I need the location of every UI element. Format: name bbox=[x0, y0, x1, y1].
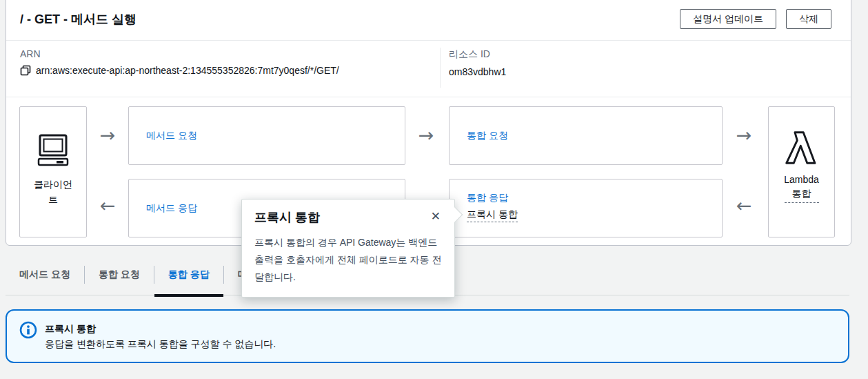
popover-title: 프록시 통합 bbox=[254, 209, 320, 226]
method-request-node: 메서드 요청 bbox=[128, 106, 405, 165]
card-header: / - GET - 메서드 실행 설명서 업데이트 삭제 bbox=[6, 1, 851, 40]
header-divider bbox=[6, 40, 851, 41]
proxy-integration-link[interactable]: 프록시 통합 bbox=[467, 208, 518, 222]
header-actions: 설명서 업데이트 삭제 bbox=[680, 9, 831, 29]
lambda-icon bbox=[782, 128, 822, 168]
proxy-integration-alert: 프록시 통합 응답을 변환하도록 프록시 통합을 구성할 수 없습니다. bbox=[6, 309, 849, 363]
integration-request-node: 통합 요청 bbox=[449, 106, 723, 165]
update-documentation-button[interactable]: 설명서 업데이트 bbox=[680, 9, 776, 29]
tab-method-request[interactable]: 메서드 요청 bbox=[6, 254, 84, 295]
meta-column-divider bbox=[440, 48, 441, 88]
delete-button[interactable]: 삭제 bbox=[786, 9, 831, 29]
tab-integration-response[interactable]: 통합 응답 bbox=[154, 254, 223, 295]
proxy-integration-popover: 프록시 통합 ✕ 프록시 통합의 경우 API Gateway는 백엔드 출력을… bbox=[241, 199, 455, 298]
alert-body: 응답을 변환하도록 프록시 통합을 구성할 수 없습니다. bbox=[45, 336, 276, 351]
resource-id-value: om83vdbhw1 bbox=[449, 66, 506, 77]
arrow-left-icon: ← bbox=[736, 196, 752, 215]
copy-arn-icon[interactable] bbox=[20, 65, 31, 76]
arrow-right-icon: → bbox=[736, 126, 752, 144]
client-label: 클라이언트 bbox=[34, 177, 72, 207]
arrow-right-icon: → bbox=[100, 126, 116, 144]
close-icon[interactable]: ✕ bbox=[430, 209, 442, 224]
method-request-link[interactable]: 메서드 요청 bbox=[146, 130, 197, 142]
resource-id-label: 리소스 ID bbox=[449, 48, 506, 61]
arn-label: ARN bbox=[20, 48, 339, 59]
method-execution-page: / - GET - 메서드 실행 설명서 업데이트 삭제 ARN arn:aws… bbox=[0, 0, 868, 379]
page-title: / - GET - 메서드 실행 bbox=[20, 11, 137, 28]
integration-response-link[interactable]: 통합 응답 bbox=[467, 192, 508, 203]
arrow-left-icon: ← bbox=[100, 196, 116, 215]
client-computer-icon bbox=[36, 133, 70, 168]
lambda-integration-node: Lambda 통합 bbox=[768, 106, 835, 237]
info-icon bbox=[19, 321, 37, 339]
integration-request-link[interactable]: 통합 요청 bbox=[467, 130, 508, 142]
integration-response-node: 통합 응답 프록시 통합 bbox=[449, 179, 723, 237]
lambda-name: Lambda bbox=[769, 174, 834, 185]
client-node: 클라이언트 bbox=[19, 106, 87, 237]
popover-body: 프록시 통합의 경우 API Gateway는 백엔드 출력을 호출자에게 전체… bbox=[254, 234, 442, 286]
alert-title: 프록시 통합 bbox=[45, 321, 276, 336]
arn-section: ARN arn:aws:execute-api:ap-northeast-2:1… bbox=[20, 48, 339, 76]
tab-integration-request[interactable]: 통합 요청 bbox=[85, 254, 154, 295]
arn-value: arn:aws:execute-api:ap-northeast-2:13455… bbox=[36, 65, 339, 76]
lambda-integration-link[interactable]: 통합 bbox=[785, 188, 819, 203]
diagram-top-divider bbox=[6, 97, 851, 97]
arrow-right-icon: → bbox=[418, 126, 434, 144]
resource-id-section: 리소스 ID om83vdbhw1 bbox=[449, 48, 506, 77]
method-response-link[interactable]: 메서드 응답 bbox=[146, 202, 197, 215]
